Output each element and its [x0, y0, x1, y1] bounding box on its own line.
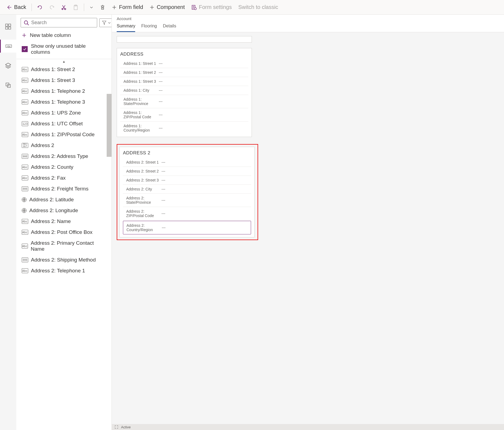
column-item[interactable]: Address 2: Address Type	[16, 151, 112, 162]
column-label: Address 1: Street 3	[31, 77, 75, 83]
column-item[interactable]: 123Address 1: UTC Offset	[16, 118, 112, 129]
new-table-column[interactable]: New table column	[16, 30, 112, 41]
field-label: Address 2: Country/Region	[126, 223, 162, 232]
column-list[interactable]: ▲ AbcAddress 1: Street 2AbcAddress 1: St…	[16, 59, 112, 430]
rail-columns[interactable]: Abc	[0, 40, 16, 53]
column-item[interactable]: AbcAddress 1: Telephone 2	[16, 86, 112, 97]
search-input[interactable]	[31, 20, 94, 26]
column-label: Address 2: Freight Terms	[31, 186, 88, 192]
form-field-row[interactable]: Address 2: ZIP/Postal Code---	[123, 207, 251, 220]
toolbar-dropdown[interactable]	[87, 4, 96, 11]
search-icon	[24, 20, 29, 26]
show-unused-toggle[interactable]: Show only unused table columns	[16, 41, 112, 59]
column-label: Address 2: Post Office Box	[31, 229, 93, 235]
cut-button[interactable]	[58, 3, 69, 12]
column-item[interactable]: Address 2: Freight Terms	[16, 183, 112, 194]
column-panel: New table column Show only unused table …	[16, 15, 112, 430]
form-settings-button[interactable]: Form settings	[189, 2, 234, 12]
column-label: Address 1: UTC Offset	[31, 121, 83, 127]
form-field-row[interactable]: Address 2: Country/Region---	[123, 221, 251, 234]
column-label: Address 1: UPS Zone	[31, 110, 81, 116]
tab-flooring[interactable]: Flooring	[141, 22, 157, 32]
text-icon: Abc	[22, 89, 28, 94]
scrollbar-thumb[interactable]	[107, 94, 112, 157]
column-item[interactable]: AbcAddress 1: ZIP/Postal Code	[16, 129, 112, 140]
form-field-row[interactable]: Address 1: ZIP/Postal Code---	[120, 108, 248, 122]
column-item[interactable]: AbcAddress 1: Street 2	[16, 64, 112, 75]
form-field-row[interactable]: Address 2: Street 3---	[123, 176, 251, 185]
form-field-row[interactable]: Address 2: City---	[123, 185, 251, 194]
form-field-row[interactable]: Address 1: Street 1---	[120, 59, 248, 68]
switch-classic-button[interactable]: Switch to classic	[236, 2, 281, 12]
column-label: Address 2: Shipping Method	[31, 257, 96, 263]
column-item[interactable]: Address 2: Longitude	[16, 205, 112, 216]
column-item[interactable]: AbcAddress 2: County	[16, 162, 112, 173]
svg-rect-7	[8, 24, 11, 26]
form-settings-label: Form settings	[199, 4, 232, 10]
rail-tree[interactable]	[0, 59, 16, 72]
column-label: Address 2: Longitude	[29, 208, 78, 214]
column-label: Address 2: Telephone 1	[31, 268, 85, 274]
text-icon: Abc	[22, 230, 28, 235]
back-button[interactable]: Back	[4, 2, 29, 12]
scroll-up-arrow[interactable]: ▲	[16, 59, 112, 64]
form-section[interactable]: ADDRESSAddress 1: Street 1---Address 1: …	[117, 48, 252, 137]
form-field-row[interactable]: Address 2: State/Province---	[123, 194, 251, 207]
filter-button[interactable]	[99, 18, 112, 27]
delete-icon	[100, 5, 105, 10]
column-item[interactable]: AbcAddress 2: Fax	[16, 173, 112, 183]
form-field-row[interactable]: Address 2: Street 1---	[123, 158, 251, 167]
form-section[interactable]: ADDRESS 2Address 2: Street 1---Address 2…	[119, 147, 255, 237]
redo-button[interactable]	[46, 3, 57, 12]
column-item[interactable]: AbcAddress 2: Telephone 1	[16, 265, 112, 276]
form-field-row[interactable]: Address 1: City---	[120, 86, 248, 95]
add-component-button[interactable]: Component	[147, 2, 187, 12]
preceding-section[interactable]	[117, 36, 252, 43]
field-label: Address 2: Street 3	[126, 178, 161, 182]
paste-button[interactable]	[70, 3, 81, 12]
search-box[interactable]	[21, 18, 97, 27]
form-field-row[interactable]: Address 1: Street 3---	[120, 77, 248, 86]
field-label: Address 1: ZIP/Postal Code	[123, 110, 159, 119]
plus-icon	[112, 5, 117, 10]
column-item[interactable]: Address 2: Latitude	[16, 194, 112, 205]
plus-icon	[150, 5, 154, 10]
optionset-icon	[22, 154, 28, 159]
column-label: Address 2: Address Type	[31, 153, 88, 159]
form-field-label: Form field	[119, 4, 143, 10]
add-form-field-button[interactable]: Form field	[109, 2, 146, 12]
form-field-row[interactable]: Address 1: Country/Region---	[120, 122, 248, 135]
column-item[interactable]: AbcAddress 1: UPS Zone	[16, 107, 112, 118]
field-value: ---	[162, 225, 166, 230]
column-item[interactable]: AbcAddress 2: Post Office Box	[16, 227, 112, 238]
layers-icon	[5, 63, 11, 69]
field-icon: Abc	[5, 43, 12, 49]
column-item[interactable]: AbcAddress 2: Primary Contact Name	[16, 238, 112, 254]
field-label: Address 1: City	[123, 88, 159, 93]
column-item[interactable]: Address 2: Shipping Method	[16, 254, 112, 265]
column-item[interactable]: AbcAddress 2: Name	[16, 216, 112, 227]
text-icon: Abc	[22, 78, 28, 83]
text-icon: Abc	[22, 219, 28, 224]
undo-button[interactable]	[34, 3, 45, 12]
rail-components[interactable]	[0, 20, 16, 33]
column-label: Address 2	[31, 142, 54, 148]
switch-classic-label: Switch to classic	[238, 4, 278, 10]
column-item[interactable]: AbcAddress 1: Telephone 3	[16, 97, 112, 107]
grid-icon	[5, 24, 11, 30]
form-field-row[interactable]: Address 1: Street 2---	[120, 68, 248, 77]
svg-text:Abc: Abc	[7, 45, 10, 48]
column-item[interactable]: AbcAddress 1: Street 3	[16, 75, 112, 86]
field-value: ---	[161, 198, 165, 202]
canvas-scroll[interactable]: ADDRESSAddress 1: Street 1---Address 1: …	[112, 32, 504, 424]
form-field-row[interactable]: Address 2: Street 2---	[123, 167, 251, 176]
rail-data[interactable]	[0, 79, 16, 92]
form-field-row[interactable]: Address 1: State/Province---	[120, 95, 248, 108]
toolbar: Back Form field Component	[0, 0, 504, 15]
tab-summary[interactable]: Summary	[117, 22, 135, 32]
expand-icon[interactable]	[115, 425, 118, 429]
delete-button[interactable]	[97, 3, 108, 12]
text-icon: Abc	[22, 165, 28, 170]
tab-details[interactable]: Details	[163, 22, 176, 32]
column-item[interactable]: AbcdefAddress 2	[16, 140, 112, 151]
